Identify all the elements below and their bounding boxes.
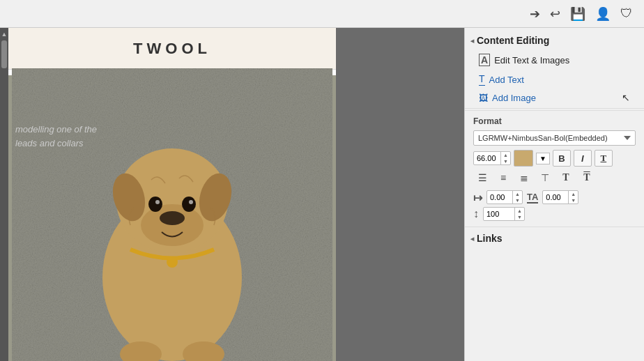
char-spacing-input[interactable] (487, 191, 512, 203)
security-icon[interactable]: 🛡 (620, 6, 633, 21)
edit-text-images-label: Edit Text & Images (494, 55, 569, 66)
align-left-button[interactable]: ☰ (473, 169, 491, 186)
pdf-header: TWOOL (8, 28, 336, 70)
font-color-swatch[interactable] (514, 150, 533, 167)
right-panel: ◂ Content Editing A Edit Text & Images T… (464, 28, 644, 361)
word-spacing-up[interactable]: ▲ (569, 191, 578, 197)
top-toolbar: ➔ ↩ 💾 👤 🛡 (0, 0, 644, 28)
dog-image (12, 68, 332, 361)
svg-point-10 (155, 200, 160, 204)
italic-button[interactable]: I (574, 150, 592, 167)
char-spacing-icon: ↦ (473, 191, 482, 204)
bold-button[interactable]: B (553, 150, 571, 167)
main-area: ▲ TWOOL (0, 28, 644, 361)
panel-section-title: Content Editing (477, 35, 549, 46)
scale-input[interactable] (484, 208, 514, 220)
svg-point-11 (189, 200, 193, 204)
divider-1 (465, 108, 644, 109)
word-spacing-wrap: ▲ ▼ (542, 190, 578, 204)
font-size-input-wrap: ▲ ▼ (473, 151, 511, 165)
add-text-label: Add Text (489, 75, 524, 85)
save-icon[interactable]: 💾 (570, 6, 585, 22)
font-select[interactable]: LGRMW+NimbusSan-Bol(Embedded) (473, 130, 636, 146)
add-image-icon: 🖼 (479, 93, 488, 103)
add-text-item[interactable]: T Add Text (465, 70, 644, 89)
char-spacing-up[interactable]: ▲ (513, 191, 522, 197)
word-spacing-spinner: ▲ ▼ (568, 191, 578, 203)
pdf-text-overlay: modelling one of the leads and collars (15, 123, 97, 150)
scale-row: ↕ ▲ ▼ (473, 207, 636, 221)
edit-text-icon: A (479, 54, 490, 66)
char-spacing-wrap: ▲ ▼ (486, 190, 523, 204)
font-select-wrap: LGRMW+NimbusSan-Bol(Embedded) (473, 130, 636, 146)
svg-point-7 (160, 211, 185, 225)
word-spacing-icon: TA (527, 192, 538, 203)
user-icon[interactable]: 👤 (595, 6, 611, 22)
edit-text-images-item[interactable]: A Edit Text & Images (465, 50, 644, 70)
char-spacing-spinner: ▲ ▼ (512, 191, 522, 203)
pdf-dog-area: modelling one of the leads and collars (8, 75, 336, 361)
links-section[interactable]: ◂ Links (465, 226, 644, 249)
font-size-up[interactable]: ▲ (501, 152, 510, 158)
svg-point-12 (167, 256, 178, 268)
pdf-viewer: ▲ TWOOL (0, 28, 464, 361)
font-size-row: ▲ ▼ ▼ B I T (473, 150, 636, 167)
forward-icon[interactable]: ➔ (530, 6, 540, 22)
scale-icon: ↕ (473, 208, 479, 220)
format-section: Format LGRMW+NimbusSan-Bol(Embedded) ▲ ▼… (465, 110, 644, 226)
align-top-button[interactable]: T (557, 169, 575, 186)
align-justify-button[interactable]: ⊤ (536, 169, 554, 186)
scale-up[interactable]: ▲ (515, 208, 524, 214)
scale-input-wrap: ▲ ▼ (483, 207, 525, 221)
add-image-label: Add Image (492, 93, 536, 103)
svg-point-8 (148, 197, 162, 212)
scale-spinner: ▲ ▼ (514, 208, 524, 220)
underline-button[interactable]: T (595, 150, 613, 167)
add-text-icon: T (479, 73, 485, 86)
pdf-brand: TWOOL (133, 40, 211, 58)
format-label: Format (473, 116, 636, 126)
svg-point-9 (182, 197, 196, 212)
back-icon[interactable]: ↩ (550, 6, 560, 22)
font-size-input[interactable] (474, 152, 500, 164)
word-spacing-down[interactable]: ▼ (569, 197, 578, 203)
pdf-page: TWOOL (8, 28, 336, 361)
add-image-item[interactable]: 🖼 Add Image ↖ (465, 89, 644, 107)
content-editing-header: ◂ Content Editing (465, 28, 644, 50)
scroll-left[interactable]: ▲ (0, 28, 8, 361)
color-dropdown-btn[interactable]: ▼ (536, 153, 550, 164)
scale-down[interactable]: ▼ (515, 214, 524, 220)
char-spacing-down[interactable]: ▼ (513, 197, 522, 203)
links-collapse-icon: ◂ (470, 235, 474, 243)
links-label: Links (477, 233, 503, 244)
word-spacing-input[interactable] (543, 191, 568, 203)
align-center-button[interactable]: ≡ (494, 169, 512, 186)
align-right-button[interactable]: ≣ (515, 169, 533, 186)
font-size-spinner: ▲ ▼ (500, 152, 510, 164)
align-row: ☰ ≡ ≣ ⊤ T T (473, 169, 636, 186)
char-spacing-row: ↦ ▲ ▼ TA ▲ ▼ (473, 190, 636, 204)
cursor-icon: ↖ (622, 92, 630, 103)
collapse-arrow-icon[interactable]: ◂ (470, 37, 474, 45)
font-size-down[interactable]: ▼ (501, 158, 510, 164)
align-bottom-button[interactable]: T (578, 169, 596, 186)
